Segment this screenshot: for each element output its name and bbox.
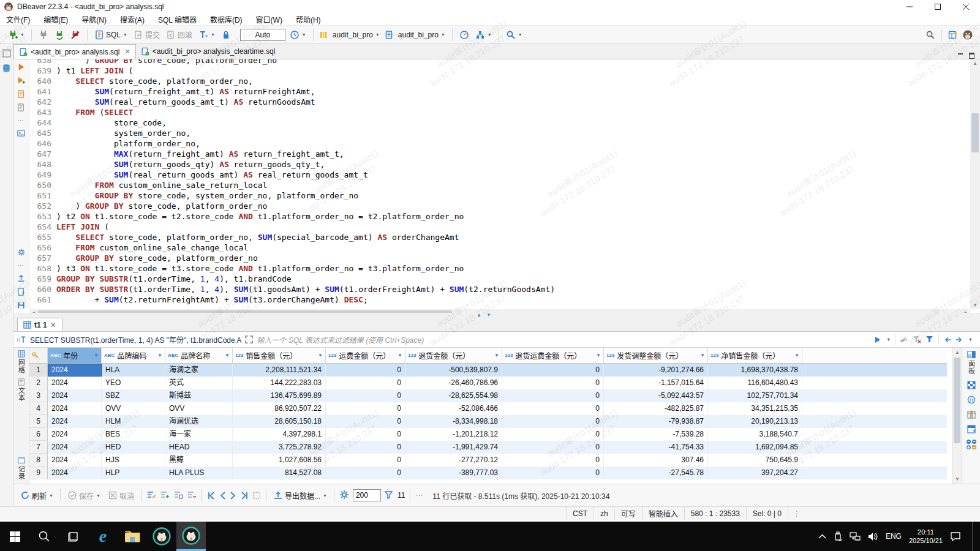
grid-cell[interactable]: YEO (102, 377, 165, 389)
cancel-changes-button[interactable]: 取消 (106, 489, 136, 502)
export-data-button[interactable]: 导出数据... ▼ (271, 489, 329, 502)
grid-cell[interactable]: -277,270.12 (405, 454, 502, 467)
network-tray-icon[interactable] (850, 532, 861, 541)
code-line[interactable]: 660ORDER BY SUBSTR(t1.orderTime, 1, 4), … (29, 284, 970, 294)
grid-cell[interactable]: 0 (326, 454, 405, 467)
grid-cell[interactable]: 0 (326, 364, 405, 377)
sql-editor-button[interactable]: SQL ▼ (92, 29, 129, 41)
row-number[interactable]: 1 (29, 364, 48, 377)
code-line[interactable]: 647 MAX(return_freight_amt) AS return_fr… (29, 149, 970, 159)
history-back-icon[interactable] (943, 336, 951, 343)
grid-cell[interactable]: 2024 (48, 389, 102, 402)
grid-cell[interactable]: 2024 (48, 402, 102, 415)
grid-cell[interactable]: 2024 (48, 428, 102, 441)
grid-cell[interactable]: 28,605,150.18 (233, 415, 326, 428)
row-number[interactable]: 7 (29, 441, 48, 454)
explain-plan-button[interactable] (17, 103, 25, 111)
filter-expression[interactable]: SELECT SUBSTR(t1.orderTime, 1, 4) AS "年份… (30, 334, 241, 345)
grid-cell[interactable]: 20,190,213.13 (708, 415, 802, 428)
grid-cell[interactable]: -500,539,807.9 (405, 364, 502, 377)
grid-cell[interactable]: HLA (102, 364, 165, 377)
perspective-icon[interactable] (948, 30, 958, 40)
grid-cell[interactable]: 英式 (165, 377, 233, 389)
grid-cell[interactable]: 2024 (48, 415, 102, 428)
column-menu-icon[interactable]: ▼ (155, 353, 162, 358)
menu-item[interactable]: 窗口(W) (256, 14, 282, 24)
connection-select[interactable]: audit_bi_pro ▼ (331, 29, 382, 40)
grid-cell[interactable]: 0 (326, 389, 405, 402)
grid-cell[interactable]: 0 (502, 454, 604, 467)
expand-filter-icon[interactable] (245, 335, 253, 343)
start-button[interactable] (0, 522, 29, 551)
code-line[interactable]: 656 FROM custom_online_sale_change_local (29, 242, 970, 253)
column-header-3[interactable]: 123销售金额（元）▼ (233, 348, 326, 363)
grid-settings-gear-icon[interactable] (339, 490, 349, 501)
grid-cell[interactable]: HED (102, 441, 165, 454)
code-line[interactable]: 651 GROUP BY store_code, system_order_no… (29, 190, 970, 201)
grid-cell[interactable]: HLP (102, 467, 165, 479)
grid-cell[interactable]: 34,351,215.35 (708, 402, 802, 415)
grid-cell[interactable]: 0 (502, 364, 604, 377)
grid-cell[interactable]: 0 (502, 389, 604, 402)
grid-cell[interactable]: -28,625,554.98 (405, 389, 502, 402)
rollback-button[interactable]: 回滚 (164, 28, 194, 41)
view-tab-grid[interactable]: 网格 (17, 350, 26, 373)
grid-cell[interactable]: -1,201,218.12 (405, 428, 502, 441)
calc-panel-icon[interactable] (967, 395, 976, 404)
grid-cell[interactable]: 0 (502, 467, 604, 479)
last-page-icon[interactable] (240, 492, 249, 500)
more-dots-icon[interactable]: ⋯ (415, 491, 423, 500)
grid-cell[interactable]: 136,475,699.89 (233, 389, 326, 402)
custom-filter-icon[interactable] (17, 335, 26, 344)
internet-explorer-icon[interactable]: e (88, 522, 118, 551)
grid-cell[interactable]: 397,204.27 (708, 467, 802, 479)
execute-statement-button[interactable] (17, 63, 25, 71)
more-actions-icon[interactable]: ⋯ (18, 117, 24, 124)
results-tab-t1[interactable]: t1 1 ✕ (17, 318, 62, 331)
grid-cell[interactable]: HLM (102, 415, 165, 428)
column-menu-icon[interactable]: ▼ (395, 353, 402, 358)
commit-mode-select[interactable]: Auto (240, 29, 285, 41)
panels-tab[interactable]: 面板 (967, 350, 976, 375)
grid-cell[interactable]: 0 (502, 428, 604, 441)
close-button[interactable] (952, 0, 980, 13)
network-button[interactable]: ▼ (473, 29, 494, 41)
code-line[interactable]: 648 SUM(return_goods_qty) AS return_good… (29, 159, 970, 170)
column-header-5[interactable]: 123退货金额（元）▼ (405, 348, 502, 363)
refresh-button[interactable]: 刷新 ▼ (18, 489, 55, 502)
grid-cell[interactable]: OVV (165, 402, 233, 415)
code-line[interactable]: 642 SUM(real_return_goods_amt_t) AS retu… (29, 97, 970, 107)
export-from-query-button[interactable] (17, 274, 25, 282)
tray-chevron-icon[interactable] (818, 534, 826, 539)
grid-cell[interactable]: -389,777.03 (405, 467, 502, 479)
code-line[interactable]: 655 SELECT store_code, platform_order_no… (29, 232, 970, 242)
grid-cell[interactable]: -9,201,274.66 (604, 364, 708, 377)
grid-cell[interactable]: 黑鲸 (165, 454, 233, 467)
grid-cell[interactable]: 1,698,370,438.78 (708, 364, 802, 377)
fetch-filter-icon[interactable] (385, 491, 394, 500)
menu-item[interactable]: 搜索(A) (120, 14, 145, 24)
restore-panel-icon[interactable] (2, 49, 11, 58)
scrollbar-thumb[interactable] (954, 358, 960, 443)
grid-cell[interactable]: 102,757,701.34 (708, 389, 802, 402)
record-mode-toggle[interactable]: 记录 (17, 457, 26, 480)
dashboard-icon[interactable] (458, 29, 471, 41)
file-explorer-icon[interactable] (118, 522, 147, 551)
code-line[interactable]: 657 GROUP BY store_code, platform_order_… (29, 253, 970, 263)
grid-cell[interactable]: 3,188,540.7 (708, 428, 802, 441)
view-tab-text[interactable]: 文本 (17, 378, 26, 402)
tab-analysis-cleartime-sql[interactable]: <audit_bi_pro> analysis_cleartime.sql (136, 44, 281, 59)
new-sql-file-button[interactable] (17, 288, 25, 296)
column-header-1[interactable]: ABC品牌编码▼ (102, 348, 165, 363)
row-number[interactable]: 4 (29, 402, 48, 415)
grid-cell[interactable]: 0 (502, 377, 604, 389)
disconnect-button[interactable] (69, 29, 82, 41)
grid-cell[interactable]: HEAD (165, 441, 233, 454)
grid-cell[interactable]: -5,092,443.57 (604, 389, 708, 402)
grid-cell[interactable]: OVV (102, 402, 165, 415)
input-language-indicator[interactable]: ENG (886, 532, 902, 541)
grid-cell[interactable]: 0 (502, 402, 604, 415)
first-page-icon[interactable] (207, 492, 216, 500)
grid-cell[interactable]: -79,938.87 (604, 415, 708, 428)
grid-cell[interactable]: 0 (326, 467, 405, 479)
